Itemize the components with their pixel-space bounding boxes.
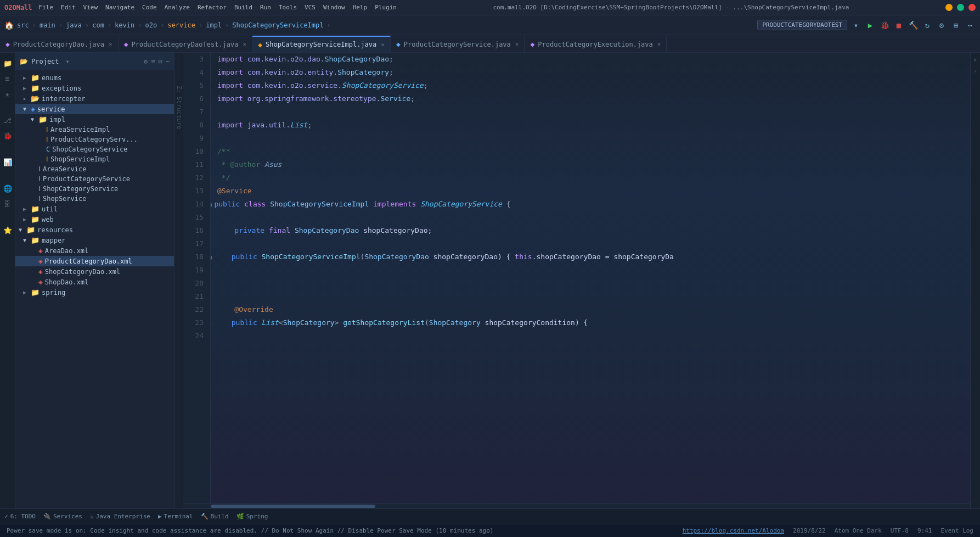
horizontal-scrollbar[interactable] (183, 503, 970, 508)
minimize-button[interactable] (945, 4, 953, 11)
debug-button[interactable]: 🐞 (879, 20, 890, 31)
method-gutter-icon-18[interactable]: ◉ (211, 250, 212, 264)
status-encoding[interactable]: UTF-8 (891, 527, 909, 534)
bottom-tab-services[interactable]: 🔌 Services (43, 513, 82, 520)
breadcrumb-kevin[interactable]: kevin (115, 21, 134, 29)
bottom-tab-terminal[interactable]: ▶ Terminal (158, 513, 193, 520)
dots-icon[interactable]: ⋯ (166, 58, 170, 65)
menu-navigate[interactable]: Navigate (105, 4, 134, 11)
editor-area[interactable]: 3 4 5 6 7 8 9 10 11 12 13 14 15 16 17 18… (183, 53, 970, 508)
sidebar-icon-project[interactable]: 📁 (2, 57, 14, 69)
tree-item-spring[interactable]: ▶ 📁 spring (15, 287, 174, 298)
sidebar-icon-web[interactable]: 🌐 (2, 182, 14, 194)
menu-window[interactable]: Window (323, 4, 345, 11)
breadcrumb-main[interactable]: main (40, 21, 55, 29)
tab-productcategoryexecution[interactable]: ◆ ProductCategoryExecution.java × (525, 36, 667, 52)
grid-button[interactable]: ⊞ (950, 20, 961, 31)
tree-item-mapper[interactable]: ▼ 📁 mapper (15, 235, 174, 245)
collapse-icon[interactable]: ⊟ (159, 58, 162, 65)
status-theme[interactable]: Atom One Dark (835, 527, 882, 534)
right-sidebar-icon-1[interactable]: ≡ (972, 56, 978, 64)
tab-productcategorydao[interactable]: ◆ ProductCategoryDao.java × (0, 36, 119, 52)
menu-help[interactable]: Help (353, 4, 368, 11)
sync-project-icon[interactable]: ⚙ (144, 58, 148, 65)
tree-item-exceptions[interactable]: ▶ 📁 exceptions (15, 83, 174, 93)
dropdown-icon[interactable]: ▾ (851, 20, 861, 31)
sync-button[interactable]: ↻ (922, 20, 933, 31)
right-sidebar-icon-2[interactable]: ⚡ (972, 66, 978, 76)
tree-item-areadao-xml[interactable]: ◈ AreaDao.xml (15, 245, 174, 256)
tab-close-1[interactable]: × (109, 41, 112, 48)
class-gutter-icon[interactable]: ◉ (211, 198, 212, 211)
tree-item-resources[interactable]: ▼ 📁 resources (15, 225, 174, 235)
breadcrumb-service[interactable]: service (167, 21, 195, 29)
breadcrumb-java[interactable]: java (66, 21, 82, 29)
tree-item-shopdao-xml[interactable]: ◈ ShopDao.xml (15, 277, 174, 287)
breadcrumb-com[interactable]: com (92, 21, 104, 29)
menu-code[interactable]: Code (142, 4, 157, 11)
menu-file[interactable]: File (39, 4, 54, 11)
tab-productcategorydaotest[interactable]: ◆ ProductCategoryDaoTest.java × (119, 36, 253, 52)
tree-item-util[interactable]: ▶ 📁 util (15, 204, 174, 214)
bottom-tab-build[interactable]: 🔨 Build (201, 513, 229, 520)
breadcrumb-src[interactable]: src (17, 21, 29, 29)
tree-item-service[interactable]: ▼ ◈ service (15, 104, 174, 114)
maximize-button[interactable] (957, 4, 964, 11)
status-url[interactable]: https://blog.csdn.net/Alodoa (683, 527, 784, 534)
menu-view[interactable]: View (83, 4, 98, 11)
tree-item-web[interactable]: ▶ 📁 web (15, 214, 174, 225)
run-config-name[interactable]: PRODUCTCATEGORYDAOTEST (757, 20, 847, 30)
tab-shopcategoryserviceimpl[interactable]: ◆ ShopCategoryServiceImpl.java × (252, 36, 391, 52)
close-button[interactable] (968, 4, 976, 11)
tab-close-5[interactable]: × (657, 41, 661, 48)
bottom-tab-spring[interactable]: 🌿 Spring (236, 513, 268, 520)
tree-item-shopcategoryservice-impl[interactable]: C ShopCategoryService (15, 144, 174, 154)
tree-item-shopcategorydao-xml[interactable]: ◈ ShopCategoryDao.xml (15, 266, 174, 277)
tree-item-productcategorydao-xml[interactable]: ◈ ProductCategoryDao.xml (15, 256, 174, 266)
tree-item-shopservice[interactable]: Ⅰ ShopService (15, 194, 174, 204)
menu-analyze[interactable]: Analyze (165, 4, 190, 11)
sidebar-icon-misc[interactable]: ⭐ (2, 224, 14, 236)
tab-close-4[interactable]: × (515, 41, 519, 48)
status-event-log[interactable]: Event Log (940, 527, 973, 534)
menu-plugin[interactable]: Plugin (375, 4, 397, 11)
tree-item-areaservice[interactable]: Ⅰ AreaService (15, 164, 174, 174)
tree-item-intercepter[interactable]: ▸ 📂 intercepter (15, 93, 174, 104)
more-button[interactable]: ⋯ (965, 20, 976, 31)
tree-item-enums[interactable]: ▶ 📁 enums (15, 72, 174, 83)
menu-refactor[interactable]: Refactor (198, 4, 227, 11)
z-structure-label[interactable]: Z: Structure (176, 86, 183, 129)
tree-item-shopserviceimpl[interactable]: Ⅰ ShopServiceImpl (15, 154, 174, 164)
breadcrumb-o2o[interactable]: o2o (145, 21, 157, 29)
sidebar-icon-db[interactable]: 🗄 (2, 198, 14, 210)
sidebar-icon-debug[interactable]: 🐞 (2, 130, 14, 142)
build-button[interactable]: 🔨 (908, 20, 919, 31)
tree-item-impl[interactable]: ▼ 📁 impl (15, 114, 174, 125)
scrollbar-thumb[interactable] (211, 505, 375, 508)
menu-build[interactable]: Build (234, 4, 252, 11)
sidebar-icon-profiler[interactable]: 📊 (2, 156, 14, 168)
menu-tools[interactable]: Tools (279, 4, 297, 11)
tab-close-2[interactable]: × (243, 41, 247, 48)
tab-productcategoryservice[interactable]: ◆ ProductCategoryService.java × (391, 36, 525, 52)
tab-close-3[interactable]: × (381, 41, 385, 48)
settings-button[interactable]: ⚙ (936, 20, 947, 31)
menu-run[interactable]: Run (260, 4, 271, 11)
tree-item-productcategoryserv[interactable]: Ⅰ ProductCategoryServ... (15, 135, 174, 144)
sidebar-icon-vcs[interactable]: ⎇ (2, 114, 14, 126)
filter-icon[interactable]: ≡ (151, 58, 155, 65)
bottom-tab-todo[interactable]: ✓ 6: TODO (4, 513, 36, 520)
stop-button[interactable]: ■ (893, 20, 904, 31)
method-gutter-icon-23[interactable]: ✦ (211, 316, 212, 329)
project-dropdown[interactable]: ▾ (66, 58, 70, 65)
code-editor[interactable]: import com.kevin.o2o.dao.ShopCategoryDao… (211, 53, 970, 503)
menu-vcs[interactable]: VCS (305, 4, 316, 11)
sidebar-icon-favorites[interactable]: ★ (2, 88, 14, 100)
breadcrumb-impl[interactable]: impl (206, 21, 222, 29)
tree-item-areaserviceimpl[interactable]: Ⅰ AreaServiceImpl (15, 125, 174, 135)
menu-edit[interactable]: Edit (61, 4, 76, 11)
bottom-tab-java-enterprise[interactable]: ☕ Java Enterprise (90, 513, 150, 520)
sidebar-icon-structure[interactable]: ≡ (2, 72, 14, 85)
run-button[interactable]: ▶ (865, 20, 876, 31)
tree-item-shopcategoryservice[interactable]: Ⅰ ShopCategoryService (15, 184, 174, 194)
